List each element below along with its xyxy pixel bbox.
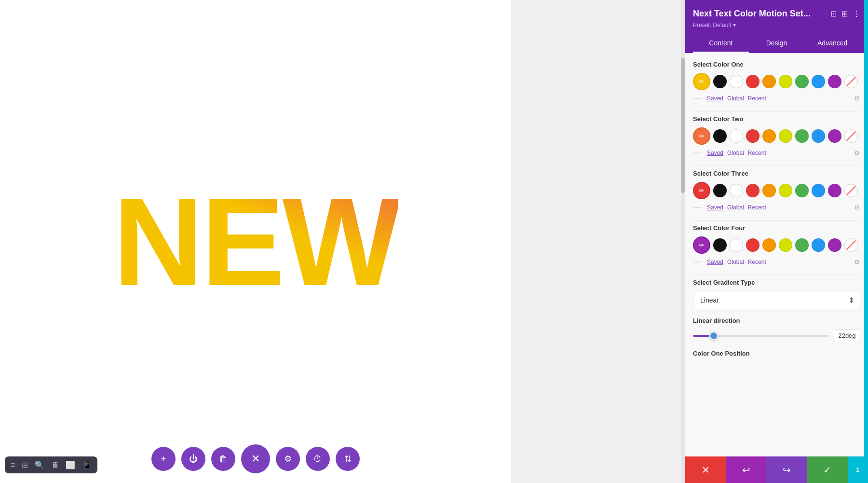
gear-icon-3[interactable]: ⚙ bbox=[854, 204, 860, 211]
timer-button[interactable]: ⏱ bbox=[306, 447, 330, 471]
swatch-red-3[interactable] bbox=[746, 184, 760, 197]
swatch-black-1[interactable] bbox=[713, 75, 727, 88]
dots-button-2[interactable]: ··· bbox=[693, 148, 703, 158]
swatch-blue-2[interactable] bbox=[812, 129, 825, 143]
gear-icon-4[interactable]: ⚙ bbox=[854, 258, 860, 266]
swatch-orange-4[interactable] bbox=[762, 238, 776, 252]
power-button[interactable]: ⏻ bbox=[181, 447, 205, 471]
screenshot-icon[interactable]: ⊡ bbox=[830, 9, 837, 18]
footer-confirm-button[interactable]: ✓ bbox=[807, 456, 848, 483]
footer-undo-button[interactable]: ↩ bbox=[726, 456, 766, 483]
recent-link-1[interactable]: Recent bbox=[748, 95, 766, 102]
arrows-button[interactable]: ⇅ bbox=[336, 447, 360, 471]
teal-accent bbox=[864, 0, 868, 483]
recent-link-3[interactable]: Recent bbox=[748, 204, 766, 211]
divider-2 bbox=[693, 166, 860, 166]
swatch-erase-2[interactable] bbox=[844, 129, 858, 143]
saved-link-2[interactable]: Saved bbox=[707, 150, 723, 156]
gear-icon-1[interactable]: ⚙ bbox=[854, 95, 860, 102]
color-one-label: Select Color One bbox=[693, 61, 860, 68]
color-three-meta: ··· Saved Global Recent ⚙ bbox=[693, 202, 860, 212]
swatch-black-3[interactable] bbox=[713, 184, 727, 197]
dots-button-4[interactable]: ··· bbox=[693, 257, 703, 267]
main-toolbar: + ⏻ 🗑 ✕ ⚙ ⏱ ⇅ bbox=[0, 444, 511, 473]
panel-preset[interactable]: Preset: Default ▾ bbox=[693, 22, 860, 28]
recent-link-4[interactable]: Recent bbox=[748, 259, 766, 265]
swatch-erase-3[interactable] bbox=[844, 184, 858, 197]
tab-design[interactable]: Design bbox=[749, 34, 805, 53]
close-button[interactable]: ✕ bbox=[241, 444, 270, 473]
gear-icon-2[interactable]: ⚙ bbox=[854, 149, 860, 157]
global-link-2[interactable]: Global bbox=[727, 150, 744, 156]
swatch-black-4[interactable] bbox=[713, 238, 727, 252]
add-button[interactable]: + bbox=[151, 447, 176, 471]
color-one-meta: ··· Saved Global Recent ⚙ bbox=[693, 93, 860, 103]
color-three-active[interactable]: ✏ bbox=[693, 182, 710, 199]
swatch-blue-4[interactable] bbox=[812, 238, 825, 252]
global-link-1[interactable]: Global bbox=[727, 95, 744, 102]
slider-thumb[interactable] bbox=[709, 331, 718, 340]
swatch-erase-4[interactable] bbox=[844, 238, 858, 252]
global-link-3[interactable]: Global bbox=[727, 204, 744, 211]
direction-slider-track[interactable] bbox=[693, 335, 829, 337]
swatch-orange-2[interactable] bbox=[762, 129, 776, 143]
color-one-section: Select Color One ✏ ··· Saved Global Re bbox=[693, 61, 860, 103]
gradient-select[interactable]: Linear Radial Conic bbox=[693, 291, 860, 309]
footer-redo-button[interactable]: ↪ bbox=[766, 456, 807, 483]
swatch-purple-2[interactable] bbox=[828, 129, 841, 143]
tab-content[interactable]: Content bbox=[693, 34, 749, 53]
swatch-yellow-2[interactable] bbox=[779, 129, 792, 143]
tab-advanced[interactable]: Advanced bbox=[804, 34, 860, 53]
pipette-icon-4: ✏ bbox=[699, 241, 705, 249]
swatch-red-1[interactable] bbox=[746, 75, 760, 88]
swatch-green-3[interactable] bbox=[795, 184, 809, 197]
saved-link-3[interactable]: Saved bbox=[707, 204, 723, 211]
swatch-purple-3[interactable] bbox=[828, 184, 841, 197]
direction-section: Linear direction 22deg bbox=[693, 317, 860, 342]
swatch-blue-1[interactable] bbox=[812, 75, 825, 88]
panel-body: Select Color One ✏ ··· Saved Global Re bbox=[685, 53, 868, 456]
swatch-red-4[interactable] bbox=[746, 238, 760, 252]
color-two-active[interactable]: ✏ bbox=[693, 127, 710, 145]
panel-footer: ✕ ↩ ↪ ✓ 1 bbox=[685, 456, 868, 483]
swatch-erase-1[interactable] bbox=[844, 75, 858, 88]
scrollbar-thumb[interactable] bbox=[681, 58, 685, 193]
gradient-section: Select Gradient Type Linear Radial Conic… bbox=[693, 279, 860, 309]
swatch-black-2[interactable] bbox=[713, 129, 727, 143]
swatch-orange-3[interactable] bbox=[762, 184, 776, 197]
swatch-yellow-4[interactable] bbox=[779, 238, 792, 252]
swatch-purple-4[interactable] bbox=[828, 238, 841, 252]
color-four-active[interactable]: ✏ bbox=[693, 236, 710, 254]
layout-icon[interactable]: ⊞ bbox=[841, 9, 848, 18]
swatch-blue-3[interactable] bbox=[812, 184, 825, 197]
direction-row: 22deg bbox=[693, 329, 860, 342]
global-link-4[interactable]: Global bbox=[727, 259, 744, 265]
saved-link-1[interactable]: Saved bbox=[707, 95, 723, 102]
swatch-white-4[interactable] bbox=[730, 238, 743, 252]
settings-button[interactable]: ⚙ bbox=[276, 447, 300, 471]
swatch-yellow-3[interactable] bbox=[779, 184, 792, 197]
swatch-yellow-1[interactable] bbox=[779, 75, 792, 88]
swatch-white-3[interactable] bbox=[730, 184, 743, 197]
swatch-green-2[interactable] bbox=[795, 129, 809, 143]
saved-link-4[interactable]: Saved bbox=[707, 259, 723, 265]
recent-link-2[interactable]: Recent bbox=[748, 150, 766, 156]
swatch-green-4[interactable] bbox=[795, 238, 809, 252]
canvas-text: NEW bbox=[113, 179, 398, 304]
dots-button-1[interactable]: ··· bbox=[693, 93, 703, 103]
color-four-meta: ··· Saved Global Recent ⚙ bbox=[693, 257, 860, 267]
swatch-red-2[interactable] bbox=[746, 129, 760, 143]
swatch-white-1[interactable] bbox=[730, 75, 743, 88]
swatch-green-1[interactable] bbox=[795, 75, 809, 88]
swatch-orange-1[interactable] bbox=[762, 75, 776, 88]
color-one-active[interactable]: ✏ bbox=[693, 73, 710, 90]
trash-button[interactable]: 🗑 bbox=[211, 447, 235, 471]
footer-cancel-button[interactable]: ✕ bbox=[685, 456, 726, 483]
panel-tabs: Content Design Advanced bbox=[693, 34, 860, 53]
swatch-purple-1[interactable] bbox=[828, 75, 841, 88]
dots-button-3[interactable]: ··· bbox=[693, 202, 703, 212]
more-icon[interactable]: ⋮ bbox=[853, 9, 860, 18]
divider-1 bbox=[693, 111, 860, 111]
direction-value[interactable]: 22deg bbox=[834, 329, 860, 342]
swatch-white-2[interactable] bbox=[730, 129, 743, 143]
